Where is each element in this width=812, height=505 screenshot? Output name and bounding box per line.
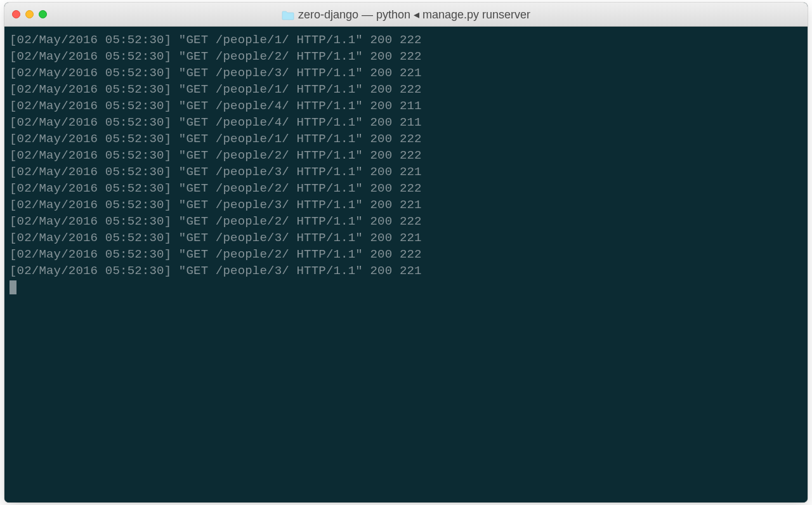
maximize-button[interactable] bbox=[39, 10, 47, 18]
log-line: [02/May/2016 05:52:30] "GET /people/3/ H… bbox=[10, 164, 802, 180]
log-line: [02/May/2016 05:52:30] "GET /people/2/ H… bbox=[10, 213, 802, 230]
titlebar[interactable]: zero-django — python ◂ manage.py runserv… bbox=[4, 3, 808, 27]
log-line: [02/May/2016 05:52:30] "GET /people/4/ H… bbox=[10, 98, 802, 114]
traffic-lights bbox=[4, 10, 47, 18]
title-center: zero-django — python ◂ manage.py runserv… bbox=[4, 8, 808, 22]
terminal-window: zero-django — python ◂ manage.py runserv… bbox=[4, 3, 808, 502]
log-line: [02/May/2016 05:52:30] "GET /people/1/ H… bbox=[10, 81, 802, 98]
folder-icon bbox=[282, 10, 293, 19]
cursor bbox=[10, 280, 16, 294]
close-button[interactable] bbox=[12, 10, 20, 18]
log-line: [02/May/2016 05:52:30] "GET /people/2/ H… bbox=[10, 246, 802, 263]
cursor-line bbox=[10, 279, 802, 296]
log-line: [02/May/2016 05:52:30] "GET /people/2/ H… bbox=[10, 147, 802, 164]
window-title: zero-django — python ◂ manage.py runserv… bbox=[298, 8, 530, 22]
log-line: [02/May/2016 05:52:30] "GET /people/3/ H… bbox=[10, 197, 802, 213]
log-line: [02/May/2016 05:52:30] "GET /people/3/ H… bbox=[10, 65, 802, 81]
minimize-button[interactable] bbox=[25, 10, 34, 18]
log-line: [02/May/2016 05:52:30] "GET /people/4/ H… bbox=[10, 114, 802, 131]
terminal-body[interactable]: [02/May/2016 05:52:30] "GET /people/1/ H… bbox=[4, 27, 808, 502]
log-line: [02/May/2016 05:52:30] "GET /people/2/ H… bbox=[10, 180, 802, 197]
log-line: [02/May/2016 05:52:30] "GET /people/1/ H… bbox=[10, 32, 802, 48]
log-line: [02/May/2016 05:52:30] "GET /people/1/ H… bbox=[10, 131, 802, 147]
log-line: [02/May/2016 05:52:30] "GET /people/3/ H… bbox=[10, 263, 802, 279]
log-line: [02/May/2016 05:52:30] "GET /people/3/ H… bbox=[10, 230, 802, 246]
log-line: [02/May/2016 05:52:30] "GET /people/2/ H… bbox=[10, 48, 802, 65]
